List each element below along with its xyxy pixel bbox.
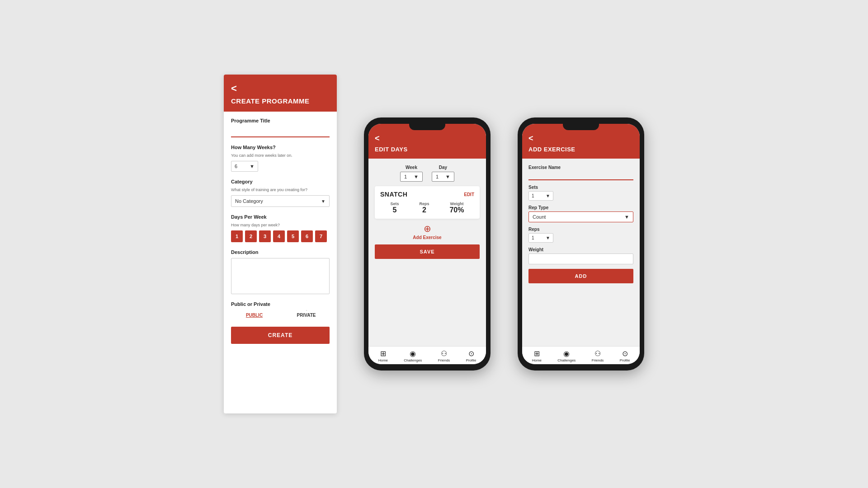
sets-label: Sets — [390, 202, 399, 206]
category-label: Category — [231, 179, 330, 184]
visibility-field-group: Public or Private PUBLIC PRIVATE — [231, 301, 330, 318]
nav-home[interactable]: ⊞ Home — [378, 349, 388, 362]
profile-icon-2: ⊙ — [622, 349, 628, 358]
category-sublabel: What style of training are you creating … — [231, 188, 330, 192]
add-exercise-submit-button[interactable]: ADD — [528, 269, 633, 283]
week-day-selectors: Week 1 ▼ Day 1 ▼ — [375, 165, 480, 182]
weeks-select[interactable]: 6 ▼ — [231, 161, 258, 172]
sets-stat: Sets 5 — [390, 202, 399, 214]
week-label: Week — [406, 165, 417, 170]
edit-days-phone: < EDIT DAYS Week 1 ▼ Day 1 ▼ — [364, 117, 491, 371]
days-sublabel: How many days per week? — [231, 223, 330, 227]
reps-field: Reps 1 ▼ — [528, 227, 633, 243]
nav-friends-2[interactable]: ⚇ Friends — [592, 349, 604, 362]
create-programme-title: CREATE PROGRAMME — [231, 97, 310, 105]
week-select[interactable]: 1 ▼ — [400, 172, 423, 182]
rep-type-value: Count — [533, 214, 546, 220]
add-exercise-button[interactable]: ⊕ Add Exercise — [375, 223, 480, 240]
weeks-arrow-icon: ▼ — [250, 164, 255, 169]
sets-field: Sets 1 ▼ — [528, 185, 633, 201]
add-exercise-label: Add Exercise — [413, 235, 441, 240]
rep-type-select[interactable]: Count ▼ — [528, 211, 633, 222]
nav-friends[interactable]: ⚇ Friends — [438, 349, 450, 362]
nav-challenges-label-2: Challenges — [557, 358, 576, 362]
day-btn-2[interactable]: 2 — [245, 230, 257, 242]
days-label: Days Per Week — [231, 214, 330, 220]
nav-challenges-2[interactable]: ◉ Challenges — [557, 349, 576, 362]
create-programme-body: Programme Title How Many Weeks? You can … — [224, 112, 337, 413]
nav-home-label: Home — [378, 358, 388, 362]
week-value: 1 — [404, 174, 407, 179]
title-input[interactable] — [231, 127, 330, 137]
nav-home-2[interactable]: ⊞ Home — [532, 349, 542, 362]
visibility-label: Public or Private — [231, 301, 330, 307]
weeks-sublabel: You can add more weeks later on. — [231, 153, 330, 158]
edit-days-screen: < EDIT DAYS Week 1 ▼ Day 1 ▼ — [368, 124, 486, 364]
edit-days-nav: ⊞ Home ◉ Challenges ⚇ Friends ⊙ Profile — [368, 346, 486, 364]
add-exercise-screen: < ADD EXERCISE Exercise Name Sets 1 ▼ Re… — [522, 124, 640, 364]
weight-value: 70% — [449, 206, 464, 214]
day-select[interactable]: 1 ▼ — [432, 172, 454, 182]
title-field-group: Programme Title — [231, 118, 330, 137]
challenges-icon: ◉ — [410, 349, 416, 358]
rep-type-field: Rep Type Count ▼ — [528, 205, 633, 222]
description-label: Description — [231, 249, 330, 255]
exercise-name: SNATCH — [380, 191, 407, 198]
day-label: Day — [439, 165, 447, 170]
category-select[interactable]: No Category ▼ — [231, 195, 330, 207]
home-icon-2: ⊞ — [534, 349, 540, 358]
add-exercise-back-button[interactable]: < — [528, 134, 633, 143]
description-field-group: Description — [231, 249, 330, 294]
edit-days-back-button[interactable]: < — [375, 134, 480, 143]
day-btn-6[interactable]: 6 — [301, 230, 313, 242]
category-field-group: Category What style of training are you … — [231, 179, 330, 207]
day-btn-5[interactable]: 5 — [287, 230, 299, 242]
reps-select[interactable]: 1 ▼ — [528, 233, 553, 243]
reps-label: Reps — [528, 227, 633, 232]
reps-value: 2 — [419, 206, 429, 214]
days-field-group: Days Per Week How many days per week? 1 … — [231, 214, 330, 242]
weeks-field-group: How Many Weeks? You can add more weeks l… — [231, 145, 330, 172]
sets-value: 1 — [532, 193, 534, 198]
add-exercise-nav: ⊞ Home ◉ Challenges ⚇ Friends ⊙ Profile — [522, 346, 640, 364]
weeks-label: How Many Weeks? — [231, 145, 330, 150]
description-input[interactable] — [231, 258, 330, 294]
day-value: 1 — [436, 174, 439, 179]
nav-profile-label-2: Profile — [620, 358, 630, 362]
back-button[interactable]: < — [231, 83, 330, 94]
nav-challenges[interactable]: ◉ Challenges — [404, 349, 422, 362]
phone-notch — [409, 124, 445, 130]
day-btn-4[interactable]: 4 — [273, 230, 285, 242]
reps-value: 1 — [532, 235, 534, 240]
exercise-stats: Sets 5 Reps 2 Weight 70% — [380, 202, 474, 214]
sets-value: 5 — [390, 206, 399, 214]
save-button[interactable]: SAVE — [375, 244, 480, 259]
rep-type-label: Rep Type — [528, 205, 633, 210]
exercise-name-input[interactable] — [528, 171, 633, 180]
sets-label: Sets — [528, 185, 633, 190]
sets-arrow-icon: ▼ — [546, 193, 550, 198]
nav-profile[interactable]: ⊙ Profile — [466, 349, 476, 362]
nav-friends-label-2: Friends — [592, 358, 604, 362]
category-value: No Category — [235, 198, 263, 204]
create-programme-header: < CREATE PROGRAMME — [224, 75, 337, 112]
nav-home-label-2: Home — [532, 358, 542, 362]
day-btn-3[interactable]: 3 — [259, 230, 271, 242]
sets-select[interactable]: 1 ▼ — [528, 191, 553, 201]
create-programme-screen: < CREATE PROGRAMME Programme Title How M… — [224, 75, 337, 413]
exercise-name-label: Exercise Name — [528, 165, 633, 170]
day-btn-7[interactable]: 7 — [315, 230, 327, 242]
day-btn-1[interactable]: 1 — [231, 230, 243, 242]
nav-profile-2[interactable]: ⊙ Profile — [620, 349, 630, 362]
exercise-card: SNATCH EDIT Sets 5 Reps 2 Weight 70% — [375, 186, 480, 219]
nav-challenges-label: Challenges — [404, 358, 422, 362]
public-label: PUBLIC — [246, 313, 263, 318]
create-programme-button[interactable]: CREATE — [231, 327, 330, 344]
weight-input[interactable] — [528, 253, 633, 264]
private-button[interactable] — [306, 310, 307, 311]
weight-label: Weight — [528, 247, 633, 252]
days-buttons-row: 1 2 3 4 5 6 7 — [231, 230, 330, 242]
nav-friends-label: Friends — [438, 358, 450, 362]
exercise-edit-button[interactable]: EDIT — [464, 192, 474, 197]
visibility-toggle-row: PUBLIC PRIVATE — [231, 310, 330, 318]
